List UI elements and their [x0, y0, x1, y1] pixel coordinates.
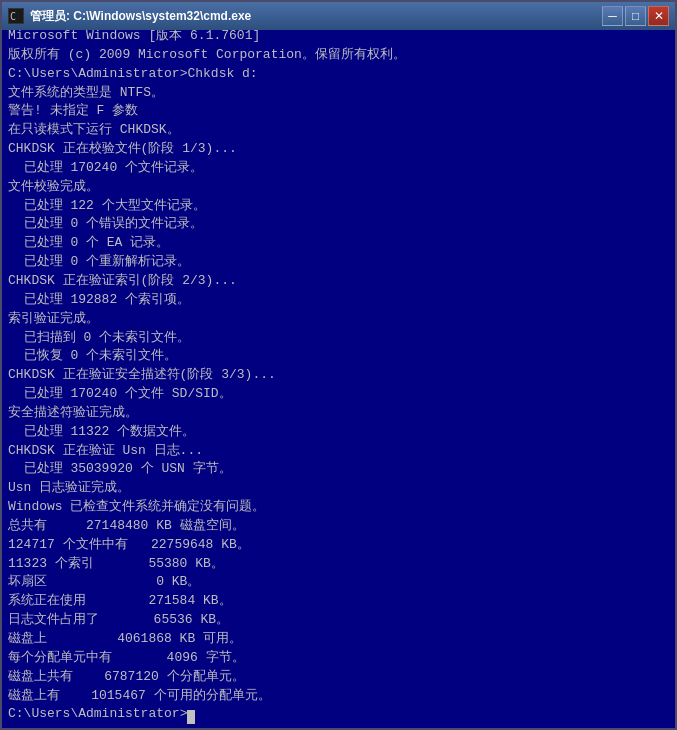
output-line: 坏扇区 0 KB。 [8, 573, 669, 592]
output-line: CHKDSK 正在验证安全描述符(阶段 3/3)... [8, 366, 669, 385]
output-line: 已处理 122 个大型文件记录。 [8, 197, 669, 216]
cmd-output[interactable]: Microsoft Windows [版本 6.1.7601]版权所有 (c) … [2, 30, 675, 728]
cursor [187, 710, 195, 724]
window-controls: ─ □ ✕ [602, 6, 669, 26]
output-line: 已处理 0 个错误的文件记录。 [8, 215, 669, 234]
minimize-button[interactable]: ─ [602, 6, 623, 26]
output-line: 124717 个文件中有 22759648 KB。 [8, 536, 669, 555]
output-line: 已处理 170240 个文件记录。 [8, 159, 669, 178]
output-line: 在只读模式下运行 CHKDSK。 [8, 121, 669, 140]
output-line: 索引验证完成。 [8, 310, 669, 329]
output-line: 安全描述符验证完成。 [8, 404, 669, 423]
output-line: 警告! 未指定 F 参数 [8, 102, 669, 121]
cmd-icon: C [8, 8, 24, 24]
window-title: 管理员: C:\Windows\system32\cmd.exe [30, 8, 251, 25]
output-line: 版权所有 (c) 2009 Microsoft Corporation。保留所有… [8, 46, 669, 65]
output-line: 文件校验完成。 [8, 178, 669, 197]
output-line: 系统正在使用 271584 KB。 [8, 592, 669, 611]
output-line: 已处理 35039920 个 USN 字节。 [8, 460, 669, 479]
output-line: CHKDSK 正在验证索引(阶段 2/3)... [8, 272, 669, 291]
output-line: 已恢复 0 个未索引文件。 [8, 347, 669, 366]
output-line: C:\Users\Administrator> [8, 705, 669, 724]
output-line: Windows 已检查文件系统并确定没有问题。 [8, 498, 669, 517]
svg-text:C: C [10, 11, 16, 22]
title-bar: C 管理员: C:\Windows\system32\cmd.exe ─ □ ✕ [2, 2, 675, 30]
output-line: 已处理 11322 个数据文件。 [8, 423, 669, 442]
output-line: C:\Users\Administrator>Chkdsk d: [8, 65, 669, 84]
close-button[interactable]: ✕ [648, 6, 669, 26]
output-line: Microsoft Windows [版本 6.1.7601] [8, 30, 669, 46]
output-line: 已处理 170240 个文件 SD/SID。 [8, 385, 669, 404]
output-line: 11323 个索引 55380 KB。 [8, 555, 669, 574]
output-line: 文件系统的类型是 NTFS。 [8, 84, 669, 103]
output-line: Usn 日志验证完成。 [8, 479, 669, 498]
output-line: 每个分配单元中有 4096 字节。 [8, 649, 669, 668]
maximize-button[interactable]: □ [625, 6, 646, 26]
output-line: 已处理 0 个 EA 记录。 [8, 234, 669, 253]
output-line: 已扫描到 0 个未索引文件。 [8, 329, 669, 348]
output-line: 总共有 27148480 KB 磁盘空间。 [8, 517, 669, 536]
output-line: 磁盘上共有 6787120 个分配单元。 [8, 668, 669, 687]
output-line: CHKDSK 正在校验文件(阶段 1/3)... [8, 140, 669, 159]
cmd-window: C 管理员: C:\Windows\system32\cmd.exe ─ □ ✕… [0, 0, 677, 730]
output-line: 磁盘上有 1015467 个可用的分配单元。 [8, 687, 669, 706]
output-line: 日志文件占用了 65536 KB。 [8, 611, 669, 630]
output-line: 已处理 192882 个索引项。 [8, 291, 669, 310]
title-bar-left: C 管理员: C:\Windows\system32\cmd.exe [8, 8, 251, 25]
output-line: CHKDSK 正在验证 Usn 日志... [8, 442, 669, 461]
output-line: 磁盘上 4061868 KB 可用。 [8, 630, 669, 649]
cmd-body: Microsoft Windows [版本 6.1.7601]版权所有 (c) … [2, 30, 675, 728]
output-line: 已处理 0 个重新解析记录。 [8, 253, 669, 272]
